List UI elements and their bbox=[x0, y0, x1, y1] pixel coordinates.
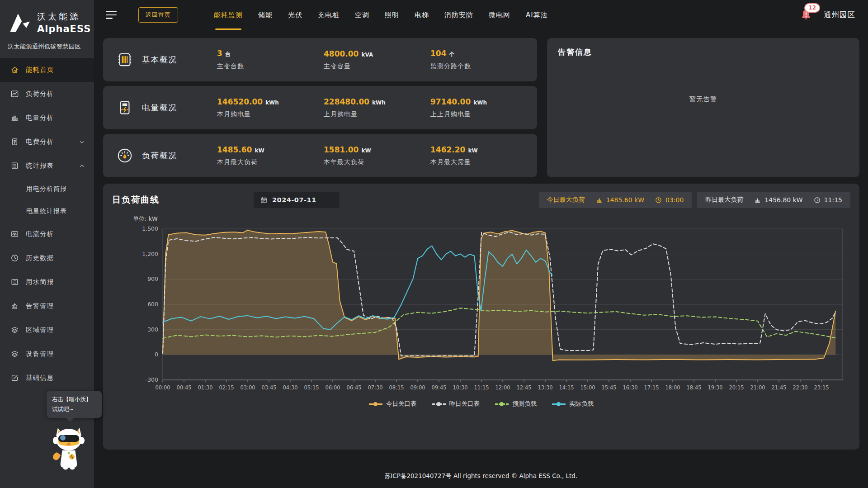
sidebar-item-statistics-report[interactable]: 统计报表 bbox=[0, 154, 94, 178]
card-basic-overview: 基本概况 3台主变台数 4800.00kVA主变容量 104个监测分路个数 bbox=[103, 38, 537, 81]
tab-storage[interactable]: 储能 bbox=[250, 0, 280, 30]
sidebar-item-alarm-management[interactable]: 告警管理 bbox=[0, 294, 94, 318]
svg-text:00:00: 00:00 bbox=[155, 384, 170, 391]
park-name[interactable]: 通州园区 bbox=[824, 10, 855, 20]
sidebar-item-energy-analysis[interactable]: 电量分析 bbox=[0, 106, 94, 130]
daily-load-curve-card: 日负荷曲线 2024-07-11 今日最大负荷 1485.60 kW 03:00… bbox=[103, 184, 859, 450]
stat-unit: 个 bbox=[449, 51, 455, 57]
card-title: 电量概况 bbox=[142, 102, 177, 113]
sidebar-subitem-label: 用电分析简报 bbox=[26, 185, 67, 193]
svg-text:14:15: 14:15 bbox=[559, 384, 574, 391]
brand-name-en: AlphaESS bbox=[37, 24, 91, 34]
tab-hvac[interactable]: 空调 bbox=[347, 0, 377, 30]
svg-text:900: 900 bbox=[147, 275, 158, 282]
tab-charging-pile[interactable]: 充电桩 bbox=[310, 0, 347, 30]
sidebar-item-fee-analysis[interactable]: 电费分析 bbox=[0, 130, 94, 154]
tab-pv[interactable]: 光伏 bbox=[280, 0, 310, 30]
sidebar-item-label: 电流分析 bbox=[26, 230, 54, 238]
menu-collapse-icon[interactable] bbox=[106, 11, 117, 19]
mascot-tooltip: 右击【喵小沃】 试试吧~ bbox=[47, 391, 102, 418]
sidebar-item-basic-info[interactable]: 基础信息 bbox=[0, 366, 94, 390]
date-picker[interactable]: 2024-07-11 bbox=[254, 192, 340, 208]
svg-text:02:15: 02:15 bbox=[219, 384, 234, 391]
stat-unit: kW bbox=[468, 147, 477, 154]
notification-count-badge: 12 bbox=[804, 3, 820, 13]
tab-elevator[interactable]: 电梯 bbox=[407, 0, 437, 30]
topbar-right: 12 通州园区 bbox=[799, 8, 855, 22]
svg-text:09:00: 09:00 bbox=[410, 384, 425, 391]
list-icon bbox=[10, 278, 19, 286]
svg-text:21:00: 21:00 bbox=[750, 384, 765, 391]
svg-text:03:00: 03:00 bbox=[240, 384, 255, 391]
sidebar-item-current-analysis[interactable]: 电流分析 bbox=[0, 222, 94, 246]
page-content: 基本概况 3台主变台数 4800.00kVA主变容量 104个监测分路个数 bbox=[94, 30, 868, 464]
sidebar-item-region-management[interactable]: 区域管理 bbox=[0, 318, 94, 342]
mascot-tooltip-line2: 试试吧~ bbox=[52, 404, 96, 414]
stat-unit: kW bbox=[361, 147, 371, 154]
sidebar-item-water-brief[interactable]: 用水简报 bbox=[0, 270, 94, 294]
back-home-button[interactable]: 返回首页 bbox=[138, 7, 178, 23]
sidebar-item-load-analysis[interactable]: 负荷分析 bbox=[0, 82, 94, 106]
legend-marker-icon bbox=[495, 403, 509, 405]
sidebar-subitem-power-analysis-brief[interactable]: 用电分析简报 bbox=[0, 178, 94, 200]
legend-label: 今日关口表 bbox=[386, 400, 417, 408]
sidebar-item-label: 电费分析 bbox=[26, 137, 54, 146]
brand-name-cn: 沃太能源 bbox=[37, 11, 91, 23]
stat-value: 97140.00 bbox=[430, 97, 471, 106]
stat-value: 104 bbox=[430, 49, 447, 58]
legend-marker-icon bbox=[552, 403, 566, 405]
svg-text:22:30: 22:30 bbox=[793, 384, 807, 391]
yesterday-max-load-badge: 昨日最大负荷 1456.80 kW 11:15 bbox=[697, 192, 850, 208]
legend-item[interactable]: 昨日关口表 bbox=[432, 400, 480, 408]
waveform-icon bbox=[10, 230, 19, 238]
sidebar-subitem-energy-statistics-report[interactable]: 电量统计报表 bbox=[0, 200, 94, 222]
alarm-panel-title: 告警信息 bbox=[558, 47, 849, 57]
svg-text:0: 0 bbox=[155, 351, 158, 358]
tab-fire-security[interactable]: 消防安防 bbox=[437, 0, 481, 30]
stat-label: 本月最大需量 bbox=[430, 158, 537, 166]
clock-small-icon bbox=[655, 197, 662, 204]
svg-text:23:15: 23:15 bbox=[814, 384, 829, 391]
legend-label: 实际负载 bbox=[569, 400, 594, 408]
tab-lighting[interactable]: 照明 bbox=[377, 0, 407, 30]
legend-item[interactable]: 实际负载 bbox=[552, 400, 594, 408]
svg-text:17:15: 17:15 bbox=[644, 384, 659, 391]
svg-text:15:00: 15:00 bbox=[580, 384, 595, 391]
stat-label: 本月最大负荷 bbox=[217, 158, 324, 166]
tab-ai[interactable]: AI算法 bbox=[518, 0, 556, 30]
sidebar-item-energy-home[interactable]: 能耗首页 bbox=[0, 58, 94, 82]
notification-bell-icon[interactable]: 12 bbox=[799, 8, 813, 22]
svg-text:20:15: 20:15 bbox=[729, 384, 744, 391]
card-title: 负荷概况 bbox=[142, 150, 177, 161]
sidebar-item-label: 历史数据 bbox=[26, 254, 54, 262]
home-icon bbox=[10, 66, 19, 74]
stat-value: 3 bbox=[217, 49, 222, 58]
calendar-icon bbox=[260, 196, 268, 204]
sidebar-item-device-management[interactable]: 设备管理 bbox=[0, 342, 94, 366]
sidebar-item-history-data[interactable]: 历史数据 bbox=[0, 246, 94, 270]
sidebar-item-label: 设备管理 bbox=[26, 350, 54, 358]
legend-item[interactable]: 预测负载 bbox=[495, 400, 537, 408]
today-max-load-badge: 今日最大负荷 1485.60 kW 03:00 bbox=[539, 192, 692, 208]
svg-text:15:45: 15:45 bbox=[601, 384, 616, 391]
svg-text:300: 300 bbox=[147, 326, 158, 333]
chart-legend: 今日关口表昨日关口表预测负载实际负载 bbox=[112, 400, 850, 408]
bar-chart-icon bbox=[10, 114, 19, 122]
alarm-empty-text: 暂无告警 bbox=[558, 57, 849, 168]
stat-value: 1485.60 bbox=[217, 145, 252, 154]
sidebar-item-label: 告警管理 bbox=[26, 302, 54, 310]
stat-value: 228480.00 bbox=[324, 97, 369, 106]
badge-time: 11:15 bbox=[824, 196, 842, 204]
stat-unit: kVA bbox=[361, 52, 373, 58]
svg-text:16:30: 16:30 bbox=[623, 384, 637, 391]
tab-energy-monitor[interactable]: 能耗监测 bbox=[206, 0, 250, 30]
mascot-cat[interactable] bbox=[51, 424, 87, 470]
sidebar-item-label: 用水简报 bbox=[26, 278, 54, 286]
stat-label: 本年最大负荷 bbox=[324, 158, 430, 166]
badge-value: 1485.60 kW bbox=[606, 196, 644, 204]
svg-text:00:45: 00:45 bbox=[176, 384, 191, 391]
stat-value: 1581.00 bbox=[324, 145, 359, 154]
legend-item[interactable]: 今日关口表 bbox=[369, 400, 417, 408]
tab-microgrid[interactable]: 微电网 bbox=[481, 0, 518, 30]
badge-time: 03:00 bbox=[665, 196, 684, 204]
